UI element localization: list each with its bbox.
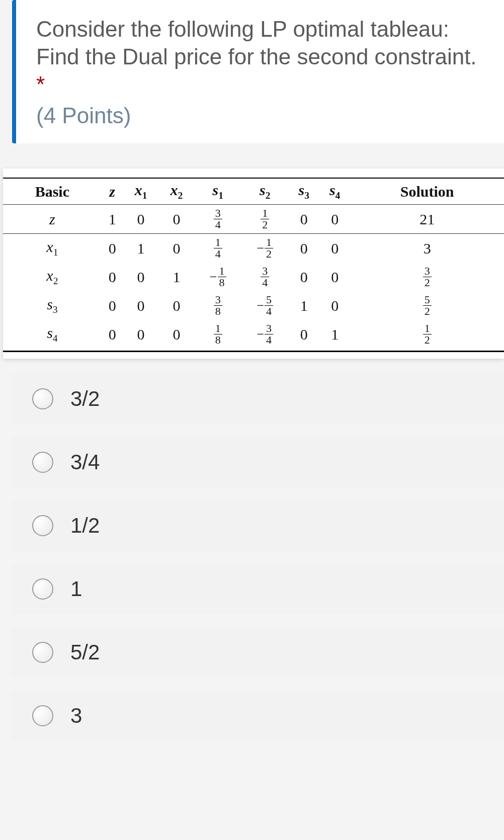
option-label: 3/2 xyxy=(70,387,100,411)
option-label: 1/2 xyxy=(70,514,100,538)
option-label: 3/4 xyxy=(70,450,100,474)
cell: 0 xyxy=(289,263,319,291)
option-3[interactable]: 1 xyxy=(12,564,504,614)
cell-solution: 21 xyxy=(350,205,504,234)
option-1[interactable]: 3/4 xyxy=(12,437,504,487)
cell: 0 xyxy=(319,234,350,263)
table-row: s3 0 0 0 38 −54 1 0 52 xyxy=(3,291,504,320)
cell: 1 xyxy=(319,320,350,351)
tableau-container: Basic z x1 x2 s1 s2 s3 s4 Solution z 1 0… xyxy=(3,169,504,359)
cell: 0 xyxy=(319,291,350,320)
radio-icon[interactable] xyxy=(32,642,53,663)
cell: 0 xyxy=(102,320,123,351)
lp-tableau: Basic z x1 x2 s1 s2 s3 s4 Solution z 1 0… xyxy=(3,178,504,351)
option-label: 1 xyxy=(70,577,82,601)
question-text: Consider the following LP optimal tablea… xyxy=(16,0,504,103)
cell: 0 xyxy=(289,234,319,263)
col-basic: Basic xyxy=(3,178,102,205)
cell: −18 xyxy=(194,263,241,291)
table-row: z 1 0 0 34 12 0 0 21 xyxy=(3,205,504,234)
cell: 0 xyxy=(123,320,159,351)
col-s4: s4 xyxy=(319,178,350,205)
col-s3: s3 xyxy=(289,178,319,205)
cell: 38 xyxy=(194,291,241,320)
cell: 0 xyxy=(319,205,350,234)
cell: 14 xyxy=(194,234,241,263)
table-header-row: Basic z x1 x2 s1 s2 s3 s4 Solution xyxy=(3,178,504,205)
option-label: 5/2 xyxy=(70,640,100,664)
cell: 12 xyxy=(241,205,289,234)
cell-basic: x1 xyxy=(3,234,102,263)
cell: 0 xyxy=(159,234,195,263)
required-marker: * xyxy=(36,72,45,97)
cell-solution: 52 xyxy=(350,291,504,320)
option-2[interactable]: 1/2 xyxy=(12,500,504,551)
cell-solution: 12 xyxy=(350,320,504,351)
cell-basic: x2 xyxy=(3,263,102,291)
radio-icon[interactable] xyxy=(32,388,53,409)
col-s1: s1 xyxy=(194,178,241,205)
cell: 0 xyxy=(102,234,123,263)
col-z: z xyxy=(102,178,123,205)
cell: 18 xyxy=(194,320,241,351)
cell: 0 xyxy=(123,263,159,291)
option-0[interactable]: 3/2 xyxy=(12,374,504,424)
cell: 1 xyxy=(123,234,159,263)
cell-basic: z xyxy=(3,205,102,234)
cell: 0 xyxy=(102,291,123,320)
col-s2: s2 xyxy=(241,178,289,205)
cell-basic: s4 xyxy=(3,320,102,351)
cell: 0 xyxy=(289,320,319,351)
cell: 0 xyxy=(289,205,319,234)
cell: 1 xyxy=(159,263,195,291)
cell: 0 xyxy=(319,263,350,291)
cell: 0 xyxy=(102,263,123,291)
col-solution: Solution xyxy=(350,178,504,205)
cell: 0 xyxy=(159,320,195,351)
cell: 1 xyxy=(102,205,123,234)
option-5[interactable]: 3 xyxy=(12,691,504,741)
radio-icon[interactable] xyxy=(32,578,53,600)
table-row: x1 0 1 0 14 −12 0 0 3 xyxy=(3,234,504,263)
cell-basic: s3 xyxy=(3,291,102,320)
question-body: Consider the following LP optimal tablea… xyxy=(36,17,477,69)
cell: 0 xyxy=(123,291,159,320)
col-x2: x2 xyxy=(159,178,195,205)
cell: −34 xyxy=(241,320,289,351)
question-points: (4 Points) xyxy=(16,103,504,128)
cell: 34 xyxy=(194,205,241,234)
cell-solution: 32 xyxy=(350,263,504,291)
cell: −54 xyxy=(241,291,289,320)
col-x1: x1 xyxy=(123,178,159,205)
table-bottom-rule xyxy=(3,351,504,353)
radio-icon[interactable] xyxy=(32,705,53,726)
cell: 1 xyxy=(289,291,319,320)
table-row: s4 0 0 0 18 −34 0 1 12 xyxy=(3,320,504,351)
table-row: x2 0 0 1 −18 34 0 0 32 xyxy=(3,263,504,291)
option-4[interactable]: 5/2 xyxy=(12,627,504,678)
cell-solution: 3 xyxy=(350,234,504,263)
cell: 0 xyxy=(159,205,195,234)
answer-options: 3/2 3/4 1/2 1 5/2 3 xyxy=(12,374,504,741)
radio-icon[interactable] xyxy=(32,452,53,473)
cell: −12 xyxy=(241,234,289,263)
radio-icon[interactable] xyxy=(32,515,53,536)
cell: 0 xyxy=(123,205,159,234)
question-card: Consider the following LP optimal tablea… xyxy=(12,0,504,143)
cell: 34 xyxy=(241,263,289,291)
option-label: 3 xyxy=(70,704,82,728)
cell: 0 xyxy=(159,291,195,320)
